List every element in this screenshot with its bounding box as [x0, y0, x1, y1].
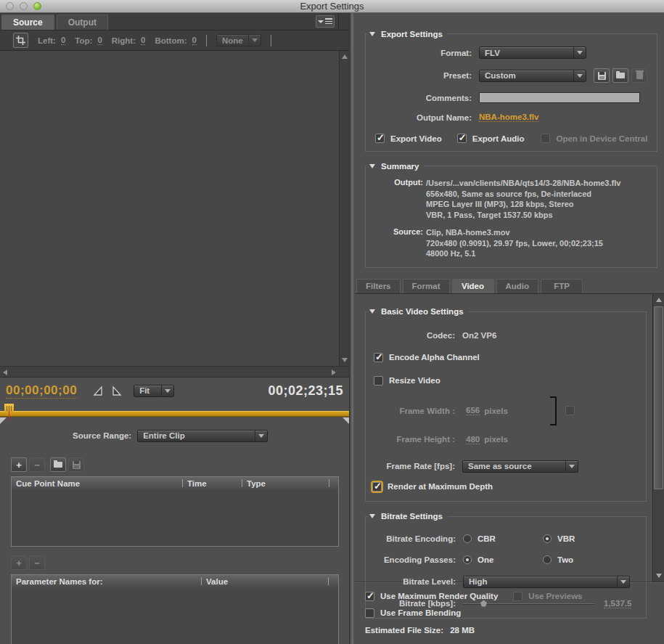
cue-point-toolbar: + − [0, 457, 349, 472]
encode-alpha-checkbox[interactable]: ✓ [374, 353, 383, 362]
window-title: Export Settings [0, 1, 664, 12]
frame-height-unit: pixels [484, 435, 508, 444]
load-cue-points-button[interactable] [50, 457, 66, 472]
add-cue-point-button[interactable]: + [11, 457, 27, 472]
cue-table-body[interactable] [12, 489, 338, 546]
scroll-up-icon[interactable] [342, 54, 348, 59]
range-start-handle[interactable] [0, 417, 7, 424]
constrain-aspect-checkbox[interactable] [565, 406, 575, 415]
disclosure-triangle-icon[interactable] [369, 32, 375, 36]
preview-horizontal-scrollbar[interactable] [0, 367, 349, 378]
preview-panel: Source Output Left: 0 Top: 0 Right: 0 Bo… [0, 13, 349, 644]
crop-right-value[interactable]: 0 [141, 36, 145, 45]
current-timecode[interactable]: 00;00;00;00 [6, 383, 77, 399]
device-central-checkbox[interactable] [541, 134, 550, 143]
disclosure-triangle-icon[interactable] [369, 309, 375, 314]
tab-source[interactable]: Source [1, 15, 54, 30]
frame-width-label: Frame Width : [365, 407, 462, 415]
preview-vertical-scrollbar[interactable] [339, 51, 349, 366]
import-preset-button[interactable] [612, 68, 628, 83]
resize-video-label: Resize Video [389, 376, 440, 385]
comments-input[interactable] [479, 92, 640, 103]
frame-rate-select[interactable]: Same as source [462, 460, 578, 473]
panel-menu-lines-icon [325, 18, 332, 25]
set-out-point-icon[interactable] [111, 386, 122, 396]
two-pass-radio[interactable] [543, 555, 552, 564]
timeline[interactable] [0, 404, 349, 425]
tab-format[interactable]: Format [403, 279, 450, 293]
bitrate-value[interactable]: 1,537.5 [604, 599, 631, 608]
tab-output[interactable]: Output [57, 15, 108, 30]
group-title: Basic Video Settings [375, 307, 469, 316]
delete-preset-button[interactable] [631, 68, 647, 83]
column-header[interactable]: Time [183, 479, 242, 488]
parameter-table[interactable]: Parameter Names for: Value [11, 574, 339, 644]
column-header[interactable]: Type [242, 479, 329, 488]
frame-width-value[interactable]: 656 [466, 406, 480, 415]
add-parameter-button[interactable]: + [11, 555, 27, 570]
format-label: Format: [365, 49, 479, 57]
tab-filters[interactable]: Filters [356, 279, 401, 293]
tab-video[interactable]: Video [452, 279, 494, 293]
panel-menu-icon[interactable] [316, 15, 335, 28]
output-name-link[interactable]: NBA-home3.flv [479, 113, 538, 122]
summary-source-lines: Clip, NBA-home3.mov 720x480 (0.9091), 29… [426, 227, 603, 259]
vbr-radio[interactable] [543, 534, 552, 543]
crop-left-value[interactable]: 0 [61, 36, 65, 45]
save-preset-button[interactable] [594, 68, 610, 83]
max-depth-checkbox[interactable]: ✓ [372, 482, 382, 492]
chevron-down-icon [617, 576, 629, 587]
source-range-select[interactable]: Entire Clip [137, 430, 268, 442]
scroll-up-icon[interactable] [656, 298, 662, 302]
column-header[interactable]: Parameter Names for: [12, 577, 201, 586]
resize-video-checkbox[interactable] [374, 376, 383, 386]
cue-point-table[interactable]: Cue Point Name Time Type [11, 476, 339, 547]
disclosure-triangle-icon[interactable] [369, 514, 375, 518]
tab-ftp[interactable]: FTP [541, 279, 583, 293]
bitrate-encoding-label: Bitrate Encoding: [365, 534, 463, 543]
crop-bottom-value[interactable]: 0 [192, 36, 197, 45]
vbr-label: VBR [557, 534, 575, 543]
frame-height-value[interactable]: 480 [466, 435, 480, 444]
remove-parameter-button[interactable]: − [29, 555, 45, 570]
export-audio-checkbox[interactable]: ✓ [457, 134, 467, 143]
toolbar-divider [206, 35, 207, 46]
settings-scrollbar[interactable] [652, 294, 664, 582]
one-pass-radio[interactable] [463, 555, 472, 564]
cbr-radio[interactable] [463, 534, 472, 543]
crop-top-value[interactable]: 0 [97, 36, 102, 45]
basic-video-settings-group: Basic Video Settings Codec: On2 VP6 ✓ En… [365, 307, 647, 502]
titlebar: Export Settings [0, 0, 664, 13]
scroll-left-icon[interactable] [3, 370, 7, 375]
bitrate-slider[interactable] [463, 600, 595, 607]
parameter-table-body[interactable] [12, 587, 338, 644]
time-controls: 00;00;00;00 Fit 00;02;23;15 [0, 378, 349, 404]
preset-select[interactable]: Custom [479, 70, 586, 82]
range-end-handle[interactable] [343, 417, 349, 424]
export-video-checkbox[interactable]: ✓ [375, 134, 385, 143]
crop-ratio-select[interactable]: None [216, 34, 261, 46]
remove-cue-point-button[interactable]: − [29, 457, 45, 472]
panel-splitter[interactable] [349, 13, 355, 644]
save-cue-points-button[interactable] [68, 457, 84, 472]
one-pass-label: One [477, 555, 493, 564]
slider-thumb[interactable] [480, 600, 487, 607]
format-select[interactable]: FLV [479, 46, 586, 59]
set-in-point-icon[interactable] [93, 386, 104, 396]
scroll-down-icon[interactable] [656, 574, 662, 578]
column-header[interactable]: Value [202, 577, 328, 586]
disclosure-triangle-icon[interactable] [369, 164, 375, 168]
crop-tool-button[interactable] [13, 33, 28, 48]
group-title: Export Settings [375, 30, 448, 38]
timeline-range-bar[interactable] [0, 411, 349, 417]
zoom-level-select[interactable]: Fit [134, 385, 174, 397]
scroll-down-icon[interactable] [342, 358, 348, 362]
scrollbar-thumb[interactable] [654, 306, 663, 489]
bitrate-level-select[interactable]: High [463, 576, 630, 588]
scroll-right-icon[interactable] [332, 370, 336, 375]
estimated-file-size-label: Estimated File Size: [365, 626, 443, 635]
column-header[interactable]: Cue Point Name [12, 479, 182, 488]
tab-audio[interactable]: Audio [496, 279, 539, 293]
chevron-down-icon [161, 386, 173, 396]
cbr-label: CBR [477, 534, 496, 543]
